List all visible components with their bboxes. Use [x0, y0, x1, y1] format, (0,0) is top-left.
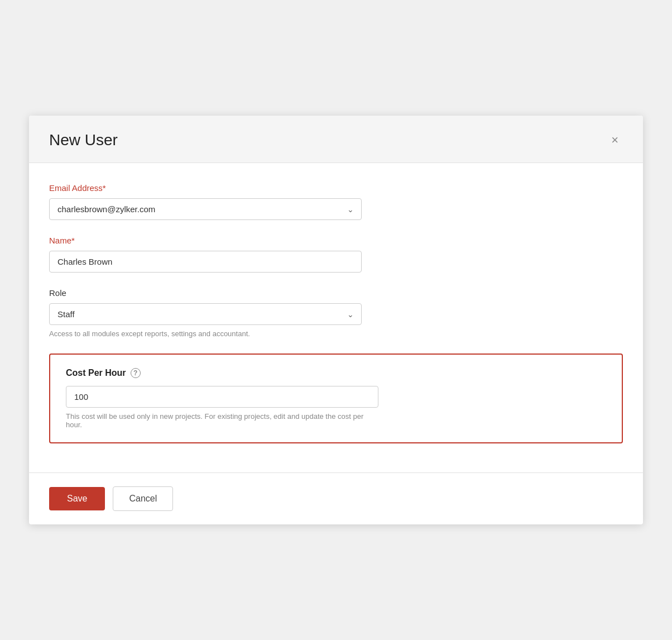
email-group: Email Address* charlesbrown@zylker.com ⌄: [49, 183, 623, 220]
email-select-wrapper: charlesbrown@zylker.com ⌄: [49, 198, 362, 220]
role-group: Role Staff Admin Accountant ⌄ Access to …: [49, 288, 623, 338]
cancel-button[interactable]: Cancel: [113, 486, 173, 511]
name-group: Name*: [49, 236, 623, 273]
modal-title: New User: [49, 131, 118, 149]
role-select[interactable]: Staff Admin Accountant: [49, 303, 362, 325]
role-help-text: Access to all modules except reports, se…: [49, 329, 362, 338]
cost-per-hour-input[interactable]: [66, 386, 378, 408]
role-select-wrapper: Staff Admin Accountant ⌄: [49, 303, 362, 325]
modal-body: Email Address* charlesbrown@zylker.com ⌄…: [29, 163, 643, 472]
cost-per-hour-label: Cost Per Hour: [66, 368, 126, 378]
save-button[interactable]: Save: [49, 487, 105, 510]
modal-footer: Save Cancel: [29, 472, 643, 524]
name-label: Name*: [49, 236, 623, 245]
email-select[interactable]: charlesbrown@zylker.com: [49, 198, 362, 220]
close-button[interactable]: ×: [607, 132, 623, 149]
cost-label-row: Cost Per Hour ?: [66, 368, 606, 378]
name-input[interactable]: [49, 251, 362, 273]
help-icon: ?: [131, 368, 141, 378]
modal-header: New User ×: [29, 116, 643, 163]
cost-per-hour-section: Cost Per Hour ? This cost will be used o…: [49, 354, 623, 443]
cost-help-text: This cost will be used only in new proje…: [66, 412, 378, 429]
email-label: Email Address*: [49, 183, 623, 193]
role-label: Role: [49, 288, 623, 298]
new-user-modal: New User × Email Address* charlesbrown@z…: [29, 116, 643, 524]
